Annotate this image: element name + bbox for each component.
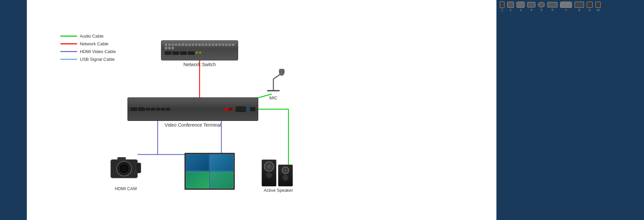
cam-device: HDMI CAM (107, 155, 144, 191)
cam-label: HDMI CAM (107, 186, 144, 191)
network-switch-image (161, 40, 238, 60)
speaker-device: Active Speaker (262, 153, 295, 193)
thumb-item-1[interactable]: 1 (500, 1, 504, 12)
vct-label: Video Conference Terminal (127, 122, 258, 128)
mic-device: MIC (262, 71, 285, 100)
sidebar-left (0, 0, 27, 220)
svg-rect-17 (117, 157, 126, 161)
thumbnail-bar: 1 2 3 4 5 6 7 8 (496, 0, 644, 13)
cam-image (107, 155, 144, 185)
display-device (184, 153, 235, 190)
thumb-item-10[interactable]: 10 (595, 2, 601, 12)
thumb-item-9[interactable]: 9 (587, 2, 593, 12)
speaker-image (262, 153, 295, 186)
network-switch-device: Network Switch (161, 40, 238, 67)
display-image (184, 153, 235, 190)
mic-image (262, 71, 285, 94)
svg-rect-18 (136, 163, 141, 173)
thumb-item-3[interactable]: 3 (517, 2, 525, 12)
vct-image (127, 97, 258, 121)
thumb-item-6[interactable]: 6 (547, 2, 557, 11)
thumb-item-7[interactable]: 7 (560, 2, 572, 12)
svg-point-16 (121, 166, 127, 171)
main-content: Audio Cable Network Cable HDMI Video Cab… (27, 0, 496, 220)
svg-point-10 (279, 69, 284, 76)
thumb-item-2[interactable]: 2 (507, 2, 514, 12)
network-switch-label: Network Switch (161, 62, 238, 67)
thumb-item-4[interactable]: 4 (527, 2, 535, 11)
diagram: Network Switch MIC (54, 27, 456, 218)
vct-device: Video Conference Terminal (127, 97, 258, 128)
thumb-item-8[interactable]: 8 (575, 2, 584, 12)
sidebar-right: 1 2 3 4 5 6 7 8 (496, 0, 644, 220)
mic-label: MIC (262, 95, 285, 100)
speaker-label: Active Speaker (262, 188, 295, 193)
thumb-item-5[interactable]: 5 (538, 2, 545, 11)
